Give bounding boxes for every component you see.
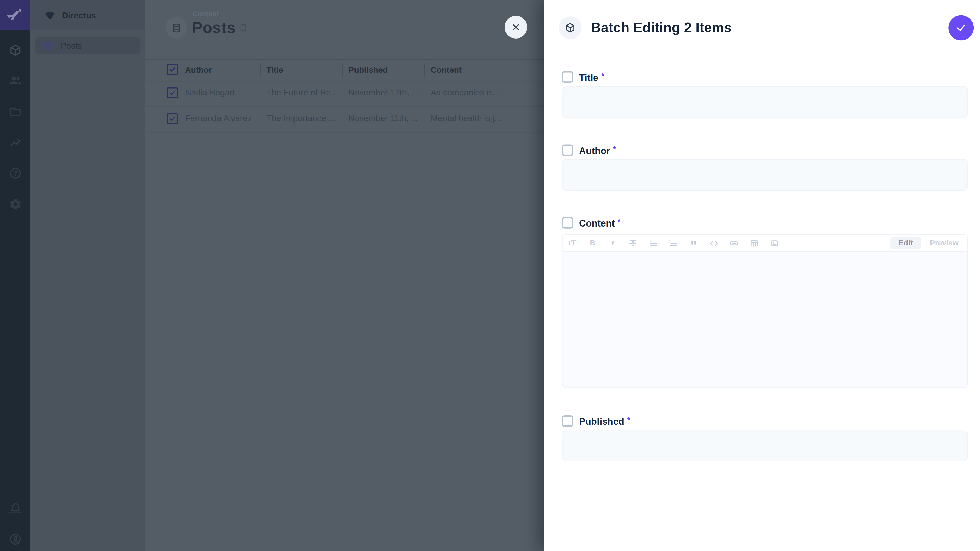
folder-icon bbox=[8, 104, 22, 118]
required-icon: ★ bbox=[626, 415, 631, 422]
link-icon[interactable] bbox=[729, 238, 739, 248]
strikethrough-icon[interactable] bbox=[628, 238, 638, 248]
column-divider[interactable] bbox=[260, 63, 261, 77]
database-icon bbox=[171, 22, 181, 33]
cell-title: The Future of Re... bbox=[266, 88, 338, 97]
row-checkbox[interactable] bbox=[167, 113, 178, 124]
field-label-content: Content ★ bbox=[562, 217, 621, 229]
row-checkbox[interactable] bbox=[167, 87, 178, 98]
editor-preview-tab[interactable]: Preview bbox=[930, 238, 959, 248]
field-label-text: Author bbox=[579, 145, 610, 156]
column-header-published[interactable]: Published bbox=[348, 65, 388, 75]
insights-icon bbox=[8, 136, 22, 149]
nav-sidebar: Directus Posts bbox=[30, 0, 145, 551]
cell-content: Mental health is j... bbox=[431, 114, 502, 123]
cell-published: November 12th, ... bbox=[348, 88, 419, 97]
check-icon bbox=[169, 65, 177, 73]
module-content[interactable] bbox=[0, 35, 30, 65]
sidebar-item-posts[interactable]: Posts bbox=[35, 37, 140, 54]
cell-published: November 11th, ... bbox=[348, 114, 418, 123]
box-icon bbox=[565, 22, 576, 34]
sidebar-item-label: Posts bbox=[61, 41, 82, 50]
help-icon: ? bbox=[8, 166, 22, 179]
author-input[interactable] bbox=[562, 159, 968, 191]
directus-rabbit-logo bbox=[6, 8, 24, 23]
field-label-text: Title bbox=[579, 72, 598, 83]
required-icon: ★ bbox=[600, 71, 605, 78]
database-icon bbox=[42, 40, 53, 51]
check-icon bbox=[956, 22, 967, 34]
numbered-list-icon[interactable] bbox=[669, 238, 678, 248]
field-label-text: Content bbox=[579, 218, 615, 228]
people-icon bbox=[8, 73, 22, 87]
account-icon bbox=[8, 532, 22, 546]
field-label-title: Title ★ bbox=[562, 71, 605, 83]
drawer-close-button[interactable] bbox=[504, 16, 527, 38]
check-icon bbox=[169, 89, 177, 97]
app-root: ? Directus bbox=[0, 0, 980, 551]
markdown-toolbar: tT B I bbox=[563, 235, 967, 252]
table-row[interactable]: Fernanda Alvarez The Importance ... Nove… bbox=[145, 106, 544, 133]
title-input[interactable] bbox=[562, 86, 968, 118]
bookmark-icon[interactable] bbox=[238, 23, 248, 33]
project-name: Directus bbox=[62, 11, 96, 20]
content-area: Content Posts Author Title Published Con… bbox=[145, 0, 544, 551]
blockquote-icon[interactable] bbox=[689, 238, 698, 248]
image-icon[interactable] bbox=[770, 238, 779, 248]
cell-content: As companies e... bbox=[431, 88, 498, 97]
required-icon: ★ bbox=[612, 144, 617, 151]
check-icon bbox=[169, 115, 177, 122]
drawer-confirm-button[interactable] bbox=[948, 15, 974, 40]
content-textarea[interactable] bbox=[563, 252, 967, 387]
column-divider[interactable] bbox=[425, 63, 425, 77]
column-divider[interactable] bbox=[342, 63, 343, 77]
published-input[interactable] bbox=[562, 430, 968, 461]
project-row[interactable]: Directus bbox=[30, 0, 145, 30]
account-button[interactable] bbox=[0, 524, 30, 551]
column-header-author[interactable]: Author bbox=[185, 65, 212, 75]
field-label-author: Author ★ bbox=[562, 144, 617, 156]
module-insights[interactable] bbox=[0, 127, 30, 158]
module-settings[interactable] bbox=[0, 189, 30, 219]
field-label-published: Published ★ bbox=[562, 415, 631, 427]
field-checkbox-content[interactable] bbox=[562, 217, 573, 229]
module-bar: ? bbox=[0, 0, 30, 551]
drawer-title: Batch Editing 2 Items bbox=[591, 20, 732, 36]
select-all-checkbox[interactable] bbox=[167, 64, 178, 75]
notifications-button[interactable] bbox=[0, 493, 30, 523]
markdown-editor: tT B I bbox=[562, 234, 968, 388]
code-icon[interactable] bbox=[709, 238, 719, 248]
table-header-row: Author Title Published Content bbox=[145, 59, 544, 82]
heading-icon[interactable]: tT bbox=[568, 238, 577, 248]
field-checkbox-title[interactable] bbox=[562, 71, 573, 83]
page-title: Posts bbox=[192, 18, 235, 37]
table-icon[interactable] bbox=[749, 238, 759, 248]
module-users[interactable] bbox=[0, 65, 30, 95]
gear-icon bbox=[8, 197, 22, 210]
field-checkbox-author[interactable] bbox=[562, 144, 573, 156]
field-label-text: Published bbox=[579, 416, 624, 426]
editor-edit-tab[interactable]: Edit bbox=[891, 237, 921, 249]
batch-edit-drawer: Batch Editing 2 Items Title ★ Author ★ C… bbox=[544, 0, 980, 551]
cell-author: Fernanda Alvarez bbox=[185, 114, 252, 123]
field-checkbox-published[interactable] bbox=[562, 415, 573, 427]
bold-icon[interactable]: B bbox=[588, 238, 597, 248]
italic-icon[interactable]: I bbox=[608, 238, 617, 248]
box-icon bbox=[8, 43, 22, 56]
cell-title: The Importance ... bbox=[266, 114, 336, 123]
module-help[interactable]: ? bbox=[0, 158, 30, 188]
close-icon bbox=[511, 23, 520, 32]
bulleted-list-icon[interactable] bbox=[649, 238, 658, 248]
cell-author: Nadia Bogart bbox=[185, 88, 235, 97]
required-icon: ★ bbox=[617, 217, 621, 224]
column-header-title[interactable]: Title bbox=[266, 65, 283, 75]
directus-logo-button[interactable] bbox=[0, 0, 30, 30]
drawer-header-badge bbox=[559, 16, 582, 39]
svg-text:?: ? bbox=[13, 169, 17, 176]
collection-icon-button[interactable] bbox=[165, 17, 187, 38]
column-header-content[interactable]: Content bbox=[431, 65, 462, 75]
breadcrumb[interactable]: Content bbox=[192, 10, 219, 18]
table-row[interactable]: Nadia Bogart The Future of Re... Novembe… bbox=[145, 80, 544, 106]
module-bar-divider bbox=[8, 512, 22, 513]
module-files[interactable] bbox=[0, 96, 30, 126]
